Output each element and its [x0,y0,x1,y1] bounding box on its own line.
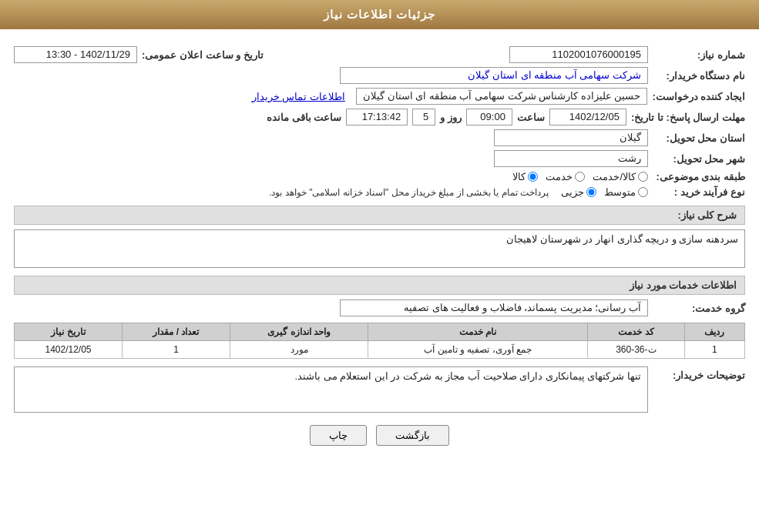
services-table-wrap: ردیف کد خدمت نام خدمت واحد اندازه گیری ت… [14,323,745,359]
col-unit: واحد اندازه گیری [230,323,368,341]
org-date-value: 1402/11/29 - 13:30 [14,46,137,63]
service-group-label: گروه خدمت: [653,303,745,314]
org-date-label: تاریخ و ساعت اعلان عمومی: [142,49,264,61]
city-value: رشت [494,150,648,167]
province-value: گیلان [494,129,648,146]
category-khadamat-label: خدمت [546,171,573,182]
buyer-comments-label: توضیحات خریدار: [653,366,745,381]
deadline-days: 5 [412,109,435,125]
need-number-value: 1102001076000195 [509,46,648,63]
col-name: نام خدمت [368,323,588,341]
category-kala-khadamat-label: کالا/خدمت [593,171,636,182]
process-type-radio-group: متوسط جزیی [561,186,648,198]
province-label: استان محل تحویل: [653,132,745,144]
city-label: شهر محل تحویل: [653,153,745,165]
col-date: تاریخ نیاز [15,323,123,341]
page-header: جزئیات اطلاعات نیاز [0,0,759,29]
services-table: ردیف کد خدمت نام خدمت واحد اندازه گیری ت… [14,323,745,359]
buyer-comments-box: تنها شرکتهای پیمانکاری دارای صلاحیت آب م… [14,366,648,413]
description-section-title: شرح کلی نیاز: [14,206,745,225]
cell-row: 1 [684,341,744,359]
process-motawaset-label: متوسط [604,186,636,198]
deadline-date: 1402/12/05 [549,109,626,125]
page-title: جزئیات اطلاعات نیاز [324,8,435,21]
deadline-remaining-label: ساعت باقی مانده [267,112,341,123]
process-type-desc: پرداخت تمام یا بخشی از مبلغ خریداز محل "… [269,187,549,198]
description-box: سردهنه سازی و دریچه گذاری انهار در شهرست… [14,229,745,268]
radio-motawaset[interactable] [638,187,648,197]
print-button[interactable]: چاپ [310,425,367,446]
org-name-value: شرکت سهامی آب منطقه ای استان گیلان [340,67,648,84]
radio-kala[interactable] [528,172,538,182]
cell-quantity: 1 [123,341,230,359]
deadline-days-label: روز و [440,112,462,123]
services-section-title: اطلاعات خدمات مورد نیاز [14,276,745,295]
radio-jozii[interactable] [586,187,596,197]
creator-value: حسین علیزاده کارشناس شرکت سهامی آب منطقه… [356,88,648,105]
back-button[interactable]: بازگشت [376,425,449,446]
radio-khadamat[interactable] [575,172,585,182]
process-type-label: نوع فرآیند خرید : [653,186,745,198]
contact-info-link[interactable]: اطلاعات تماس خریدار [252,91,345,102]
org-name-label: نام دستگاه خریدار: [653,70,745,82]
category-radio-group: کالا/خدمت خدمت کالا [512,171,648,182]
deadline-time: 09:00 [466,109,512,125]
cell-date: 1402/12/05 [15,341,123,359]
deadline-remaining: 17:13:42 [346,109,408,125]
col-code: کد خدمت [587,323,684,341]
service-group-value: آب رسانی؛ مدیریت پسماند، فاضلاب و فعالیت… [340,299,648,316]
cell-code: ت-36-360 [587,341,684,359]
category-kala-label: کالا [512,171,526,182]
radio-kala-khadamat[interactable] [638,172,648,182]
col-qty: تعداد / مقدار [123,323,230,341]
cell-name: جمع آوری، تصفیه و تامین آب [368,341,588,359]
deadline-label: مهلت ارسال پاسخ: تا تاریخ: [631,112,745,123]
process-jozii-label: جزیی [561,186,584,198]
button-row: بازگشت چاپ [14,425,745,446]
cell-unit: مورد [230,341,368,359]
creator-label: ایجاد کننده درخواست: [652,91,745,102]
col-row: ردیف [684,323,744,341]
deadline-time-label: ساعت [517,112,545,123]
need-number-label: شماره نیاز: [653,49,745,61]
table-row: 1ت-36-360جمع آوری، تصفیه و تامین آبمورد1… [15,341,745,359]
category-label: طبقه بندی موضوعی: [653,171,745,182]
